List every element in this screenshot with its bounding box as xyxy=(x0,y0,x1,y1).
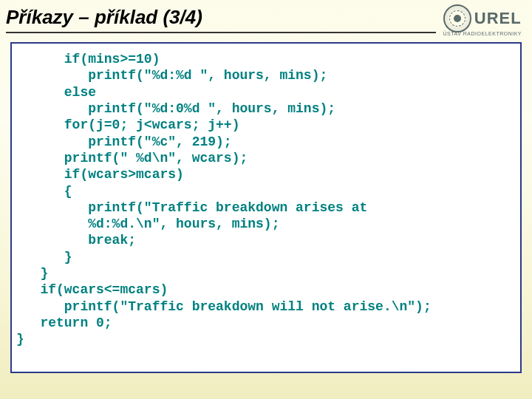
logo-top: UREL xyxy=(443,4,522,33)
code-block: if(mins>=10) printf("%d:%d ", hours, min… xyxy=(16,51,516,348)
slide-title: Příkazy – příklad (3/4) xyxy=(6,6,436,33)
logo-text: UREL xyxy=(474,9,522,28)
code-container: if(mins>=10) printf("%d:%d ", hours, min… xyxy=(10,42,522,373)
antenna-icon xyxy=(443,4,471,33)
slide-header: Příkazy – příklad (3/4) UREL ÚSTAV RADIO… xyxy=(0,0,532,36)
logo: UREL ÚSTAV RADIOELEKTRONIKY xyxy=(443,4,522,36)
